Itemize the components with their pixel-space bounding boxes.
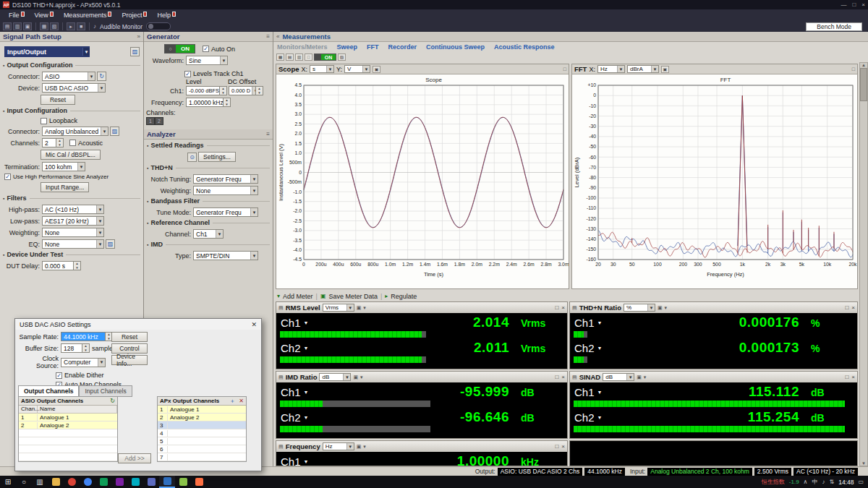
volume-icon[interactable]: ♪ bbox=[822, 479, 825, 485]
layout-cols-icon[interactable]: ▥ bbox=[295, 53, 303, 61]
scrollbar-thumb[interactable] bbox=[860, 68, 867, 101]
meter-settings-icon[interactable]: ▣ bbox=[353, 374, 358, 380]
taskbar-app-icon[interactable] bbox=[80, 476, 95, 488]
tray-expand-icon[interactable]: ∧ bbox=[804, 479, 808, 485]
meter-settings-icon[interactable]: ▣ bbox=[357, 305, 362, 311]
table-row[interactable]: 1Analogue 1 bbox=[158, 406, 246, 414]
popout-icon[interactable]: □ bbox=[845, 304, 848, 311]
popout-icon[interactable]: □ bbox=[555, 443, 558, 450]
add-icon[interactable]: ＋ bbox=[229, 397, 235, 405]
taskbar-app-icon[interactable] bbox=[95, 476, 111, 488]
layout-rows-icon[interactable]: ▤ bbox=[286, 53, 294, 61]
clock[interactable]: 14:48 bbox=[838, 479, 854, 486]
minimize-icon[interactable]: — bbox=[841, 1, 846, 8]
panel-menu-icon[interactable]: ≡ bbox=[266, 131, 270, 137]
scope-y-unit-select[interactable]: V▼ bbox=[344, 65, 370, 73]
settings-button[interactable]: Settings... bbox=[198, 152, 236, 162]
close-icon[interactable]: × bbox=[851, 374, 855, 380]
layout-single-icon[interactable]: □ bbox=[305, 53, 312, 61]
meter-options-icon[interactable]: ▾ bbox=[360, 374, 363, 380]
network-icon[interactable]: ⇅ bbox=[829, 479, 834, 485]
loopback-checkbox[interactable] bbox=[41, 118, 47, 124]
weighting-select[interactable]: None▼ bbox=[42, 228, 104, 237]
popout-icon[interactable]: □ bbox=[563, 67, 566, 72]
channels-spinner[interactable]: ▲▼ bbox=[56, 138, 64, 147]
bench-mode-button[interactable]: Bench Mode bbox=[806, 22, 862, 31]
buffer-size-input[interactable]: 128 bbox=[61, 343, 82, 353]
waveform-select[interactable]: Sine▼ bbox=[186, 56, 228, 65]
table-row[interactable]: 4 bbox=[158, 429, 246, 437]
tab-output-channels[interactable]: Output Channels bbox=[18, 385, 79, 397]
ch1-offset-input[interactable]: 0.000 D▼ bbox=[229, 86, 256, 95]
meter-options-icon[interactable]: ▾ bbox=[363, 305, 366, 311]
close-icon[interactable]: × bbox=[561, 304, 565, 311]
layout-grid-icon[interactable]: ▦ bbox=[276, 53, 284, 61]
regulate-button[interactable]: Regulate bbox=[391, 293, 417, 300]
stock-ticker-change[interactable]: -1.9 bbox=[789, 479, 799, 485]
table-row[interactable] bbox=[19, 453, 117, 461]
acoustic-checkbox[interactable] bbox=[69, 140, 76, 146]
meter-expand-icon[interactable]: ▤ bbox=[278, 444, 284, 450]
section-collapse-icon[interactable]: ▪ bbox=[3, 108, 4, 114]
open-project-icon[interactable]: ▥ bbox=[13, 22, 22, 30]
tab-sweep[interactable]: Sweep bbox=[337, 43, 358, 51]
dialog-control-button[interactable]: Control bbox=[111, 343, 148, 354]
input-connector-select[interactable]: Analog Unbalanced▼ bbox=[42, 127, 109, 136]
taskbar-app-icon[interactable] bbox=[64, 476, 80, 488]
table-row[interactable]: 2Analogue 2 bbox=[158, 414, 246, 421]
channel-dropdown-icon[interactable]: ▼ bbox=[304, 459, 309, 464]
generator-on-toggle[interactable]: ○ ON bbox=[164, 44, 195, 53]
ime-indicator[interactable]: 中 bbox=[812, 478, 817, 486]
popout-icon[interactable]: □ bbox=[845, 374, 848, 380]
channel-dropdown-icon[interactable]: ▼ bbox=[597, 320, 603, 325]
table-row[interactable]: 5 bbox=[158, 437, 246, 445]
start-button[interactable]: ⊞ bbox=[0, 476, 16, 488]
menu-view[interactable]: View bbox=[30, 11, 58, 20]
channels-input[interactable]: 2 bbox=[42, 138, 56, 147]
taskbar-app-icon[interactable] bbox=[191, 476, 207, 488]
low-pass-select[interactable]: AES17 (20 kHz)▼ bbox=[42, 216, 104, 226]
gen-channel-1-button[interactable]: 1 bbox=[146, 117, 155, 125]
scope-x-unit-select[interactable]: s▼ bbox=[310, 65, 334, 73]
table-row[interactable] bbox=[19, 437, 117, 445]
meter-settings-icon[interactable]: ▣ bbox=[637, 374, 642, 380]
tab-fft[interactable]: FFT bbox=[367, 43, 379, 51]
tab-continuous-sweep[interactable]: Continuous Sweep bbox=[426, 43, 485, 51]
meter-settings-icon[interactable]: ▣ bbox=[357, 444, 362, 450]
channel-dropdown-icon[interactable]: ▼ bbox=[304, 390, 309, 395]
collapse-panel-icon[interactable]: » bbox=[137, 33, 140, 40]
taskbar-app-icon[interactable] bbox=[111, 476, 127, 488]
column-header[interactable]: Name bbox=[38, 406, 117, 413]
frequency-spinner[interactable]: ▲▼ bbox=[224, 98, 231, 107]
frequency-input[interactable]: 1.00000 kHz bbox=[186, 98, 224, 107]
section-collapse-icon[interactable]: ▪ bbox=[147, 166, 148, 171]
layout2-icon[interactable]: ▧ bbox=[50, 22, 59, 30]
meter-options-icon[interactable]: ▾ bbox=[644, 374, 647, 380]
buffer-size-spinner[interactable]: ▲▼ bbox=[82, 343, 90, 353]
add-meter-button[interactable]: Add Meter bbox=[283, 293, 313, 300]
channel-dropdown-icon[interactable]: ▼ bbox=[304, 415, 309, 420]
sample-rate-input[interactable]: 44.1000 kHz bbox=[61, 332, 106, 341]
close-icon[interactable]: × bbox=[561, 443, 565, 450]
channel-dropdown-icon[interactable]: ▼ bbox=[597, 390, 603, 395]
table-row[interactable]: 3 bbox=[158, 421, 246, 429]
connector-settings-icon[interactable]: ↻ bbox=[97, 72, 106, 81]
meter-settings-icon[interactable]: ▣ bbox=[658, 305, 663, 311]
taskbar-app-icon[interactable] bbox=[143, 476, 159, 488]
section-collapse-icon[interactable]: ▪ bbox=[3, 63, 4, 68]
close-icon[interactable]: × bbox=[561, 374, 565, 380]
meter-unit-select[interactable]: Vrms▼ bbox=[323, 304, 354, 312]
close-icon[interactable]: ✕ bbox=[251, 321, 257, 328]
input-range-button[interactable]: Input Range... bbox=[41, 182, 89, 192]
notch-select[interactable]: Generator Frequ▼ bbox=[193, 174, 258, 184]
meter-options-icon[interactable]: ▾ bbox=[363, 444, 366, 450]
audible-monitor-toggle[interactable] bbox=[146, 22, 171, 30]
tab-monitors-meters[interactable]: Monitors/Meters bbox=[277, 43, 328, 51]
dialog-reset-button[interactable]: Reset bbox=[111, 332, 148, 342]
mic-cal-button[interactable]: Mic Cal / dBSPL... bbox=[41, 150, 101, 160]
fft-y-unit-select[interactable]: dBrA▼ bbox=[627, 65, 659, 73]
meter-expand-icon[interactable]: ▤ bbox=[278, 305, 284, 311]
high-pass-select[interactable]: AC (<10 Hz)▼ bbox=[42, 205, 104, 214]
start-icon[interactable]: ▸ bbox=[67, 22, 75, 30]
table-row[interactable] bbox=[19, 429, 117, 437]
